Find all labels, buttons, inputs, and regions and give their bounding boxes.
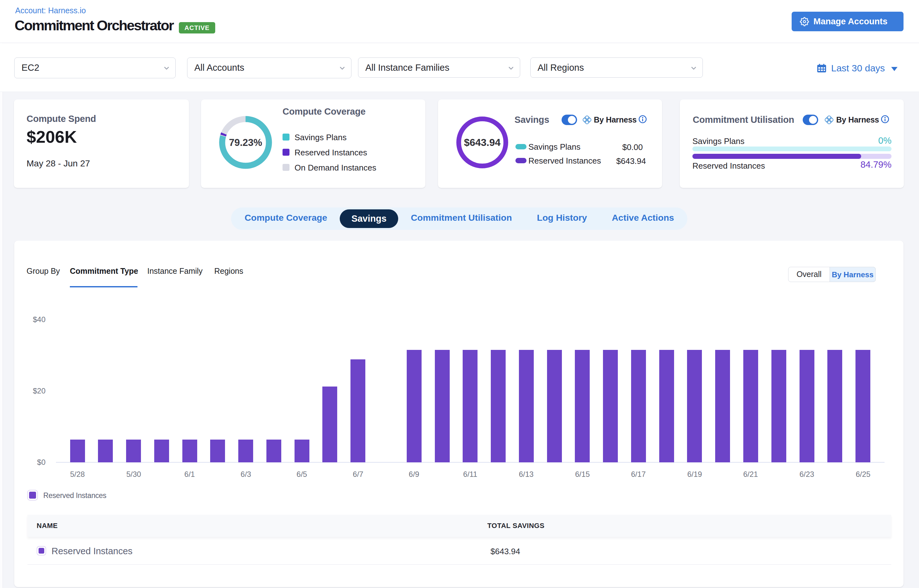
- svg-text:79.23%: 79.23%: [229, 137, 262, 148]
